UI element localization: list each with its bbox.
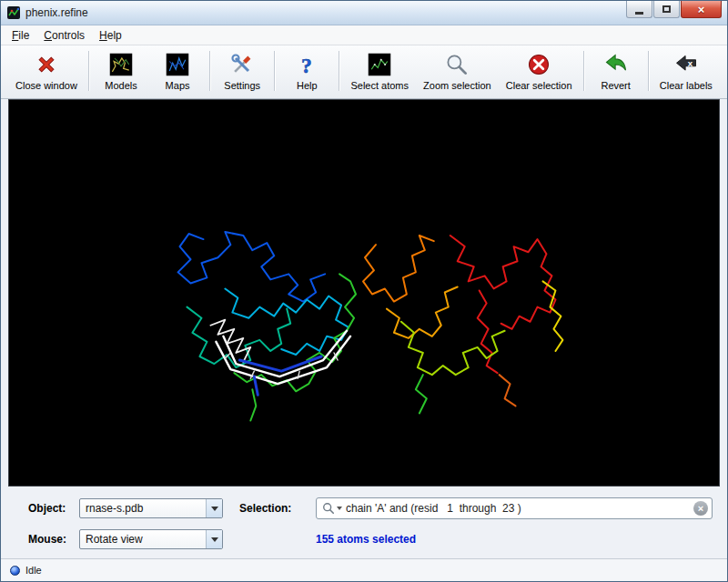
svg-text:?: ? <box>301 54 312 77</box>
menu-controls[interactable]: Controls <box>36 27 92 44</box>
mouse-mode-dropdown[interactable]: Rotate view <box>79 529 223 549</box>
titlebar[interactable]: phenix.refine × <box>1 1 727 25</box>
toolbar-label: Select atoms <box>350 80 409 91</box>
toolbar-button-revert[interactable]: Revert <box>592 49 641 93</box>
toolbar-label: Close window <box>15 80 77 91</box>
titlebar-left: phenix.refine <box>6 5 88 20</box>
maps-thumbnail-icon <box>164 51 191 78</box>
toolbar-label: Clear labels <box>660 80 713 91</box>
toolbar-label: Clear selection <box>506 80 572 91</box>
toolbar-label: Revert <box>601 80 630 91</box>
question-mark-icon: ? <box>293 51 320 78</box>
toolbar-separator <box>583 51 584 91</box>
toolbar-button-close-window[interactable]: Close window <box>12 49 81 93</box>
menu-help[interactable]: Help <box>92 27 129 44</box>
selection-searchbox: × <box>316 497 713 519</box>
svg-text:x: x <box>688 58 693 68</box>
minimize-button[interactable] <box>626 1 652 18</box>
toolbar-separator <box>648 51 649 91</box>
mouse-mode-value: Rotate view <box>80 533 206 546</box>
green-back-arrow-icon <box>602 51 630 78</box>
dark-arrow-x-icon: x <box>672 51 700 78</box>
select-atoms-thumbnail-icon <box>366 51 393 78</box>
toolbar-separator <box>339 51 339 91</box>
magnifier-icon <box>443 51 470 78</box>
caption-buttons: × <box>625 1 722 18</box>
toolbar-button-help[interactable]: ? Help <box>282 49 331 93</box>
window-title: phenix.refine <box>25 6 88 19</box>
menubar: File Controls Help <box>1 25 727 45</box>
controls-panel: Object: rnase-s.pdb Selection: × <box>1 487 727 558</box>
object-label: Object: <box>28 502 79 515</box>
statusbar: Idle <box>1 558 727 581</box>
search-menu-caret-icon <box>337 507 342 510</box>
toolbar-separator <box>88 51 89 91</box>
close-icon: × <box>698 4 705 15</box>
toolbar-label: Help <box>297 80 318 91</box>
red-x-icon <box>33 51 60 78</box>
molecule-wireframe <box>9 100 719 486</box>
maximize-icon <box>662 5 671 13</box>
toolbar-label: Zoom selection <box>423 80 491 91</box>
toolbar-button-models[interactable]: Models <box>96 49 146 93</box>
mouse-row: Mouse: Rotate view 155 atoms selected <box>28 528 713 550</box>
toolbar-button-settings[interactable]: Settings <box>217 49 267 93</box>
close-button[interactable]: × <box>681 1 722 18</box>
models-thumbnail-icon <box>107 51 135 78</box>
viewport-3d[interactable] <box>8 99 720 487</box>
search-icon[interactable] <box>322 502 342 515</box>
application-window: phenix.refine × File Controls Help Close… <box>0 0 728 582</box>
red-circle-x-icon <box>525 51 552 78</box>
object-dropdown[interactable]: rnase-s.pdb <box>79 498 223 518</box>
mouse-label: Mouse: <box>28 533 79 546</box>
app-icon <box>6 5 21 20</box>
tools-icon <box>228 51 256 78</box>
toolbar-separator <box>274 51 275 91</box>
status-orb-icon <box>10 566 20 576</box>
minimize-icon <box>635 12 643 15</box>
toolbar-label: Models <box>105 80 136 91</box>
toolbar-label: Maps <box>166 80 190 91</box>
atoms-selected-text: 155 atoms selected <box>316 533 416 546</box>
chevron-down-icon <box>206 530 222 548</box>
toolbar-button-select-atoms[interactable]: Select atoms <box>347 49 412 93</box>
toolbar: Close window Models Maps <box>1 45 727 99</box>
maximize-button[interactable] <box>653 1 680 18</box>
toolbar-button-zoom-selection[interactable]: Zoom selection <box>420 49 495 93</box>
menu-file[interactable]: File <box>5 27 36 44</box>
toolbar-label: Settings <box>224 80 260 91</box>
object-dropdown-value: rnase-s.pdb <box>80 502 206 515</box>
toolbar-button-clear-labels[interactable]: x Clear labels <box>656 49 716 93</box>
chevron-down-icon <box>206 499 222 517</box>
clear-input-icon[interactable]: × <box>693 501 708 516</box>
status-text: Idle <box>25 565 42 576</box>
viewport-frame <box>1 99 727 487</box>
selection-input[interactable] <box>346 502 693 515</box>
selection-label: Selection: <box>223 502 316 515</box>
toolbar-separator <box>209 51 210 91</box>
toolbar-button-clear-selection[interactable]: Clear selection <box>502 49 576 93</box>
toolbar-button-maps[interactable]: Maps <box>153 49 202 93</box>
object-row: Object: rnase-s.pdb Selection: × <box>28 497 713 519</box>
